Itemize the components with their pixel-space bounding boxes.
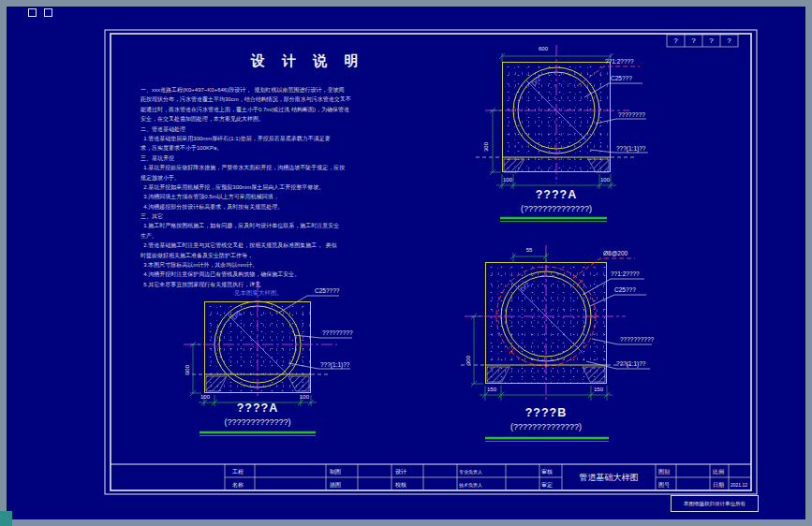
note-line: 3.本图尺寸除标高以m计外，其余均以mm计。 <box>140 260 354 270</box>
note-line: 3.沟槽回填土方须在管顶0.5m以上方可采用机械回填， <box>140 192 354 201</box>
corner-swatch <box>0 511 12 526</box>
note-line: 规定放坡小于。 <box>140 173 354 183</box>
titleblock-project-label-1: 工程 <box>232 468 244 476</box>
titleblock-lead: 专业负责人 <box>459 469 482 475</box>
dim-a1-bottom-right: 100 <box>592 177 618 183</box>
note-line: 三、其它 <box>140 212 354 221</box>
pipe-section-slab-a2 <box>204 301 311 393</box>
label-a2-base: ???(1:1)?? <box>320 361 349 368</box>
subcaption-a2: (?????????????) <box>187 417 328 427</box>
caption-a2: ????A <box>201 402 314 415</box>
label-b-slope: ??1:2???? <box>611 270 640 277</box>
design-notes: 一、xxx道路工程(K0+497~K0+646)段设计， 规划红线以南范围进行设… <box>140 85 354 289</box>
dim-b-left: 300 <box>465 356 471 365</box>
note-line: 安全，在交叉处需加固处理，本方案见此大样图。 <box>140 114 354 124</box>
pipe-section-slab-b <box>485 262 607 384</box>
window-icon <box>44 8 52 17</box>
subcaption-b: (??????????????) <box>479 422 613 431</box>
titleblock-project-label-2: 名称 <box>232 481 244 489</box>
label-a1-mid: ???????? <box>618 111 645 118</box>
note-line: 二、管道基础处理 <box>140 124 354 134</box>
dim-b-top: 55 <box>517 247 541 253</box>
note-line: 1.管道基础垫层采用300mm厚碎石(1:1)垫层，开挖后若基底承载力不满足要 <box>140 134 354 143</box>
note-line: 三、基坑开挖 <box>140 153 354 163</box>
titleblock-fig-no: 图号 <box>658 481 670 489</box>
titleblock-trace: 描图 <box>330 481 341 489</box>
subcaption-a1: (??????????????) <box>489 204 624 213</box>
note-line: 1.基坑开挖前应做好降水措施，严禁带水大面积开挖，沟槽边坡不陡于规定，应按 <box>140 163 354 172</box>
drawing-title: 管道基础大样图 <box>562 472 656 484</box>
label-a1-base: ???(1:1)?? <box>616 145 645 152</box>
label-b-cushion: C25??? <box>614 286 636 293</box>
copyright-text: 本图纸版权归设计单位所有 <box>684 501 746 507</box>
titleblock-draw: 制图 <box>330 468 341 476</box>
caption-b: ????B <box>490 406 602 419</box>
titleblock-date: 日期 <box>713 481 724 489</box>
note-line: 距按现状分布，污水管道覆土平均30cm，结合结构情况，部分雨水与污水管道交叉不 <box>140 95 354 104</box>
caption-a1: ????A <box>500 188 613 201</box>
note-line: 时提前做好相关施工准备及安全防护工作等， <box>140 251 354 260</box>
revision-mark: ? <box>720 37 738 45</box>
dim-a1-bottom-left: 100 <box>495 177 521 183</box>
label-b-mid: ?????????? <box>620 336 654 343</box>
model-space-background <box>7 7 805 519</box>
titleblock-fig-type: 图别 <box>658 468 670 476</box>
dim-b-bottom-left: 150 <box>478 387 506 392</box>
titleblock-design: 设计 <box>395 468 406 476</box>
window-icon <box>28 8 37 17</box>
note-line: 一、xxx道路工程(K0+497~K0+646)段设计， 规划红线以南范围进行设… <box>140 85 354 95</box>
dim-a2-bottom-left: 100 <box>191 394 219 400</box>
label-a2-cushion: C25???? <box>315 287 339 294</box>
label-b-base: ???(1:1)?? <box>616 360 645 367</box>
titleblock-approve: 审定 <box>541 481 553 489</box>
note-line: 2.管道基础施工时注意与其它管线交叉处，按相关规范及标准图集施工， 类似 <box>140 241 354 250</box>
note-line: 4.沟槽开挖时注意保护周边已有管线及构筑物，确保施工安全。 <box>140 270 354 279</box>
titleblock-review: 审核 <box>541 468 553 476</box>
note-reference-blue: 见本图集大样图。 <box>234 289 283 298</box>
copyright-stamp: 本图纸版权归设计单位所有 <box>671 495 759 512</box>
design-notes-title: 设 计 说 明 <box>251 52 365 70</box>
titleblock-date-value: 2021.12 <box>731 482 747 488</box>
note-line: 生产。 <box>140 231 354 241</box>
label-a1-slope: ??1:2???? <box>605 58 634 65</box>
dim-a2-bottom-right: 100 <box>290 394 318 400</box>
note-line: 4.沟槽超挖部分按设计标高要求，及时按有关规范处理。 <box>140 202 354 212</box>
cad-sheet: { "sheet": { "title": "设 计 说 明", "rev_bo… <box>0 0 812 526</box>
note-line: 能通过时，雨水管道在污水管道上面，覆土小于0.7m(或过浅 结构断面)，为确保管… <box>140 105 354 114</box>
note-line: 求，压实度要求不小于100KPa。 <box>140 143 354 153</box>
dim-a1-left: 300 <box>483 142 489 152</box>
dim-a1-top: 600 <box>524 46 562 51</box>
revision-mark: ? <box>685 37 702 45</box>
label-a2-mid: ????????? <box>322 329 353 336</box>
note-line: 2.基坑开挖如采用机械开挖，应预留300mm厚土层由人工开挖整平修坡。 <box>140 183 354 192</box>
revision-mark: ? <box>667 37 685 45</box>
label-b-rebar: Ø8@200 <box>603 250 627 256</box>
note-line: 1.施工时严格按图纸施工，如有问题，应及时与设计单位联系，施工时注意安全 <box>140 221 354 230</box>
titleblock-tech: 技术负责人 <box>459 482 482 488</box>
dim-b-bottom-right: 150 <box>584 387 613 392</box>
revision-mark: ? <box>702 37 720 45</box>
dim-a2-left: 300 <box>185 365 190 374</box>
titleblock-check: 校核 <box>395 481 406 489</box>
label-a1-cushion: C25??? <box>611 75 632 81</box>
titleblock-scale: 比例 <box>713 468 724 476</box>
pipe-section-slab-a1 <box>502 62 611 172</box>
